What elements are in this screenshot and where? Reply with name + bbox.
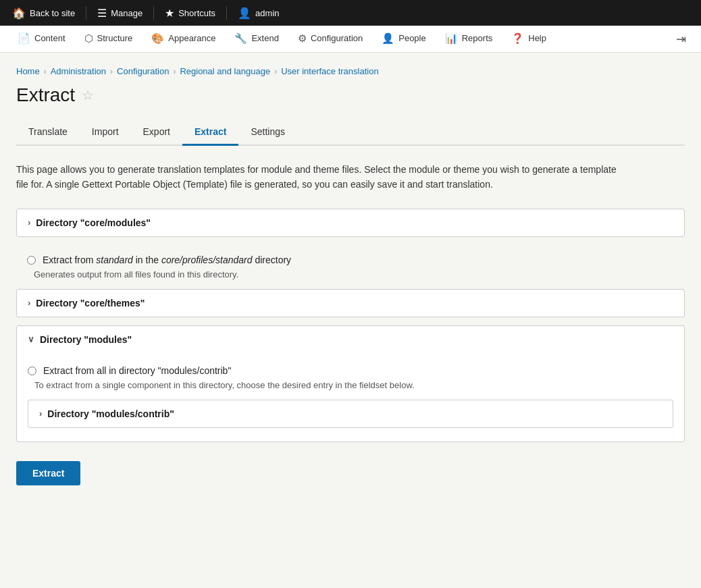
structure-icon: ⬡: [84, 32, 93, 45]
radio-modules-contrib-option: Extract from all in directory "modules/c…: [17, 356, 684, 380]
breadcrumb-ui-translation[interactable]: User interface translation: [281, 66, 379, 76]
content-icon: 📄: [18, 32, 30, 45]
section-core-themes-label: Directory "core/themes": [36, 298, 145, 309]
nav-reports[interactable]: 📊 Reports: [436, 26, 502, 52]
nav-appearance[interactable]: 🎨 Appearance: [142, 26, 225, 52]
tabs: Translate Import Export Extract Settings: [16, 119, 685, 146]
tab-settings[interactable]: Settings: [238, 119, 297, 146]
radio-standard-sublabel: Generates output from all files found in…: [34, 269, 685, 279]
user-icon: 👤: [238, 7, 251, 20]
breadcrumb-sep-3: ›: [173, 67, 176, 76]
section-modules: ∨ Directory "modules" Extract from all i…: [16, 325, 685, 442]
chevron-down-icon: ∨: [28, 334, 34, 344]
star-icon: ★: [165, 7, 174, 20]
nested-section-header[interactable]: › Directory "modules/contrib": [28, 400, 673, 427]
people-label: People: [398, 33, 425, 43]
chevron-right-icon-3: ›: [39, 408, 42, 419]
breadcrumb-home[interactable]: Home: [16, 66, 40, 76]
section-core-themes-header[interactable]: › Directory "core/themes": [17, 290, 684, 317]
tab-export[interactable]: Export: [131, 119, 182, 146]
chevron-right-icon: ›: [28, 217, 30, 228]
reports-icon: 📊: [445, 32, 458, 45]
admin-user-link[interactable]: 👤 admin: [231, 0, 286, 26]
reports-label: Reports: [462, 33, 493, 43]
section-core-modules: › Directory "core/modules": [16, 209, 685, 237]
radio-standard-input[interactable]: [27, 256, 36, 265]
nested-section-modules-contrib-box: › Directory "modules/contrib": [28, 400, 673, 428]
admin-label: admin: [255, 8, 279, 18]
nav-content[interactable]: 📄 Content: [8, 26, 75, 52]
nested-section-label: Directory "modules/contrib": [47, 408, 174, 419]
breadcrumb-sep-2: ›: [110, 67, 113, 76]
tab-translate[interactable]: Translate: [16, 119, 80, 146]
tab-extract[interactable]: Extract: [182, 119, 238, 146]
radio-modules-contrib-input[interactable]: [28, 367, 36, 375]
nav-structure[interactable]: ⬡ Structure: [75, 26, 142, 52]
help-label: Help: [528, 33, 546, 43]
radio-standard-label: Extract from standard in the core/profil…: [43, 255, 291, 265]
section-modules-body: Extract from all in directory "modules/c…: [17, 353, 684, 442]
page-description: This page allows you to generate transla…: [16, 162, 624, 192]
radio-standard-text: Extract from standard in the core/profil…: [43, 255, 291, 265]
separator3: [226, 6, 227, 20]
chevron-right-icon-2: ›: [28, 298, 30, 308]
separator: [86, 6, 86, 20]
radio-modules-contrib-label: Extract from all in directory "modules/c…: [43, 365, 231, 376]
breadcrumb-sep-1: ›: [44, 67, 47, 76]
nested-section-modules-contrib: › Directory "modules/contrib": [28, 400, 673, 428]
page-title-row: Extract ☆: [16, 84, 685, 106]
content-label: Content: [34, 33, 66, 43]
breadcrumb: Home › Administration › Configuration › …: [16, 66, 685, 76]
help-icon: ❓: [511, 32, 524, 45]
nav-people[interactable]: 👤 People: [372, 26, 435, 52]
home-icon: 🏠: [12, 7, 26, 20]
page-title: Extract: [16, 84, 75, 106]
back-to-site-label: Back to site: [30, 8, 75, 18]
admin-bar: 🏠 Back to site ☰ Manage ★ Shortcuts 👤 ad…: [0, 0, 701, 26]
back-to-site-link[interactable]: 🏠 Back to site: [5, 0, 82, 26]
manage-link[interactable]: ☰ Manage: [90, 0, 149, 26]
section-modules-label: Directory "modules": [40, 334, 132, 345]
menu-icon: ☰: [97, 7, 107, 20]
section-core-modules-header[interactable]: › Directory "core/modules": [17, 209, 684, 236]
radio-standard-option: Extract from standard in the core/profil…: [16, 245, 685, 269]
extract-button[interactable]: Extract: [16, 461, 80, 485]
separator2: [153, 6, 154, 20]
nav-help[interactable]: ❓ Help: [502, 26, 556, 52]
extend-icon: 🔧: [234, 32, 247, 45]
extend-label: Extend: [251, 33, 278, 43]
radio-modules-contrib-text: Extract from all in directory "modules/c…: [43, 365, 231, 376]
manage-label: Manage: [111, 8, 142, 18]
breadcrumb-regional[interactable]: Regional and language: [180, 66, 270, 76]
nav-extend[interactable]: 🔧 Extend: [225, 26, 288, 52]
bookmark-icon[interactable]: ☆: [82, 87, 94, 103]
breadcrumb-sep-4: ›: [274, 67, 277, 76]
shortcuts-label: Shortcuts: [178, 8, 215, 18]
section-core-modules-label: Directory "core/modules": [36, 217, 151, 228]
people-icon: 👤: [382, 32, 394, 45]
breadcrumb-configuration[interactable]: Configuration: [117, 66, 169, 76]
appearance-label: Appearance: [168, 33, 215, 43]
section-modules-header[interactable]: ∨ Directory "modules": [17, 326, 684, 353]
shortcuts-link[interactable]: ★ Shortcuts: [158, 0, 222, 26]
structure-label: Structure: [97, 33, 133, 43]
main-content: Home › Administration › Configuration › …: [0, 53, 701, 499]
tab-import[interactable]: Import: [80, 119, 131, 146]
section-core-themes: › Directory "core/themes": [16, 289, 685, 317]
secondary-nav: 📄 Content ⬡ Structure 🎨 Appearance 🔧 Ext…: [0, 26, 701, 53]
breadcrumb-administration[interactable]: Administration: [51, 66, 106, 76]
appearance-icon: 🎨: [151, 32, 164, 45]
configuration-label: Configuration: [311, 33, 363, 43]
nav-collapse-button[interactable]: ⇥: [669, 26, 693, 52]
nav-configuration[interactable]: ⚙ Configuration: [288, 26, 372, 52]
configuration-icon: ⚙: [298, 32, 307, 45]
radio-modules-contrib-sublabel: To extract from a single component in th…: [34, 380, 684, 390]
